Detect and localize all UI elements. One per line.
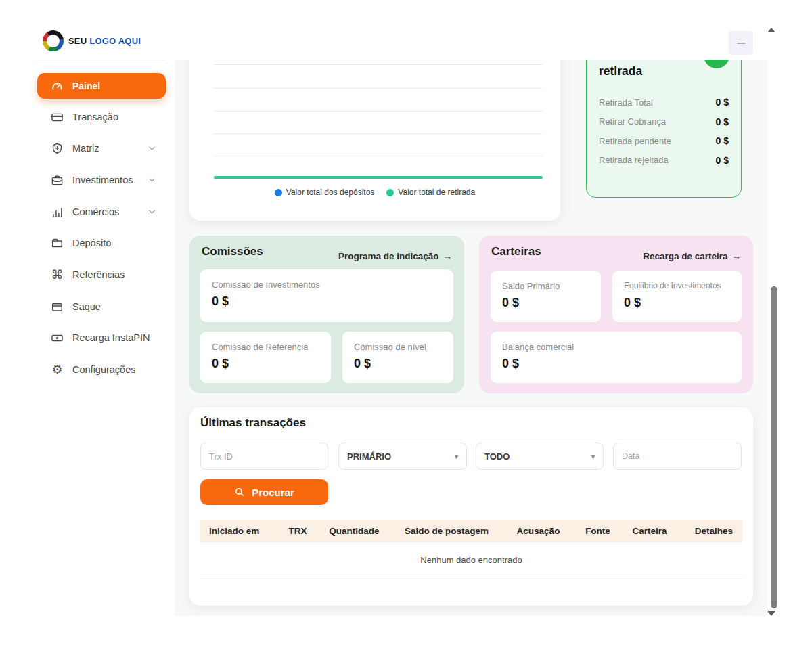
commission-card-investments: Comissão de Investimentos 0 $ <box>200 269 453 322</box>
table-header-cell: Saldo de postagem <box>390 526 503 536</box>
sidebar-item-configuracoes[interactable]: ⚙ Configurações <box>37 360 166 379</box>
card-label: Comissão de nível <box>354 342 426 352</box>
wallet-select[interactable]: PRIMÁRIO ▾ <box>338 443 467 470</box>
table-header-cell: Fonte <box>573 526 623 536</box>
row-label: Retirar Cobrança <box>599 116 666 127</box>
select-value: PRIMÁRIO <box>347 451 391 462</box>
wallets-title: Carteiras <box>491 245 541 259</box>
credit-card-icon <box>51 111 64 124</box>
sidebar-item-deposito[interactable]: Depósito <box>37 233 166 252</box>
dashboard-page: SEU LOGO AQUI Painel Transação Matriz In… <box>0 0 812 645</box>
card-label: Saldo Primário <box>502 281 560 291</box>
chart-gridline <box>214 156 543 156</box>
table-header-cell: Iniciado em <box>200 526 277 536</box>
sidebar-item-saque[interactable]: Saque <box>37 297 166 316</box>
card-icon <box>710 60 723 62</box>
command-icon: ⌘ <box>51 269 64 281</box>
card-value: 0 $ <box>502 357 519 371</box>
wallet-card-trade-balance: Balança comercial 0 $ <box>491 332 742 383</box>
sidebar-item-comercios[interactable]: Comércios <box>37 202 166 221</box>
chart-legend: Valor total dos depósitos Valor total de… <box>189 187 560 197</box>
sidebar-item-recarga-instapin[interactable]: Recarga InstaPIN <box>37 328 166 347</box>
row-value: 0 $ <box>716 97 729 108</box>
card-label: Comissão de Referência <box>212 342 308 352</box>
banknote-icon <box>51 332 64 344</box>
card-label: Equilíbrio de Investimentos <box>624 281 721 290</box>
wallet-topup-link[interactable]: Recarga de carteira → <box>643 251 741 261</box>
sidebar-item-referencias[interactable]: ⌘ Referências <box>37 265 166 284</box>
wallet-card-investment-balance: Equilíbrio de Investimentos 0 $ <box>612 271 742 322</box>
commission-card-level: Comissão de nível 0 $ <box>342 332 453 383</box>
transactions-table-header: Iniciado em TRX Quantidade Saldo de post… <box>200 520 742 542</box>
card-value: 0 $ <box>212 357 229 371</box>
row-label: Retirada rejeitada <box>599 155 669 165</box>
logo-suffix: LOGO AQUI <box>89 36 141 46</box>
sidebar-item-label: Depósito <box>72 238 111 248</box>
table-header-cell: Carteira <box>623 526 677 536</box>
table-header-cell: Acusação <box>503 526 573 536</box>
select-value: TODO <box>484 451 510 462</box>
caret-down-icon: ▾ <box>591 453 595 460</box>
transactions-title: Últimas transações <box>200 416 306 430</box>
logo-text: SEU LOGO AQUI <box>68 36 141 46</box>
logo-prefix: SEU <box>68 36 87 46</box>
legend-item-deposits[interactable]: Valor total dos depósitos <box>275 187 375 197</box>
wallet-icon <box>51 237 64 250</box>
withdrawal-card-title: retirada <box>599 64 642 79</box>
sidebar-item-label: Matriz <box>72 143 99 154</box>
chart-gridline <box>214 64 543 65</box>
date-input[interactable] <box>613 443 742 470</box>
wallets-panel: Carteiras Recarga de carteira → Saldo Pr… <box>479 236 753 393</box>
gear-icon: ⚙ <box>51 363 64 376</box>
withdraw-badge <box>704 60 729 68</box>
link-label: Recarga de carteira <box>643 251 727 261</box>
commissions-panel: Comissões Programa de Indicação → Comiss… <box>189 236 464 393</box>
trx-id-input[interactable] <box>200 443 328 470</box>
chart-gridline <box>214 111 543 112</box>
card-value: 0 $ <box>212 294 229 309</box>
table-header-cell: TRX <box>277 526 319 536</box>
collapse-menu-button[interactable] <box>729 31 753 55</box>
deposits-withdrawals-chart-card: Valor total dos depósitos Valor total de… <box>189 60 560 221</box>
chevron-down-icon <box>147 175 157 185</box>
sidebar-item-label: Comércios <box>72 206 119 217</box>
link-label: Programa de Indicação <box>338 251 439 261</box>
chevron-down-icon <box>147 143 157 154</box>
bar-chart-icon <box>51 206 64 219</box>
logo[interactable]: SEU LOGO AQUI <box>43 30 141 51</box>
sidebar-item-investimentos[interactable]: Investimentos <box>37 171 166 190</box>
chart-zero-line <box>214 176 543 179</box>
sidebar-item-label: Referências <box>72 269 125 280</box>
card-value: 0 $ <box>502 296 519 310</box>
arrow-right-icon: → <box>443 251 453 261</box>
legend-item-withdrawals[interactable]: Valor total de retirada <box>386 187 475 197</box>
card-value: 0 $ <box>624 296 641 310</box>
commission-card-referral: Comissão de Referência 0 $ <box>200 332 331 383</box>
search-button[interactable]: Procurar <box>200 479 328 505</box>
sidebar-item-matriz[interactable]: Matriz <box>37 139 166 158</box>
withdrawal-rows: Retirada Total 0 $ Retirar Cobrança 0 $ … <box>587 93 741 170</box>
sidebar-item-painel[interactable]: Painel <box>37 73 166 99</box>
scrollbar-up-arrow[interactable] <box>767 28 775 32</box>
withdrawal-summary-card: retirada Retirada Total 0 $ Retirar Cobr… <box>586 60 742 198</box>
scrollbar-thumb[interactable] <box>771 286 777 608</box>
chevron-down-icon <box>147 207 157 217</box>
table-header-cell: Quantidade <box>319 526 390 536</box>
withdrawal-row: Retirada pendente 0 $ <box>587 131 741 151</box>
sidebar-item-transacao[interactable]: Transação <box>37 108 166 127</box>
sidebar-item-label: Saque <box>72 301 101 312</box>
search-icon <box>234 487 245 497</box>
referral-program-link[interactable]: Programa de Indicação → <box>338 251 452 261</box>
chart-gridline <box>214 88 543 89</box>
scrollbar-down-arrow[interactable] <box>767 611 775 616</box>
search-button-label: Procurar <box>252 487 294 498</box>
card-value: 0 $ <box>354 357 371 371</box>
withdrawal-row: Retirada Total 0 $ <box>587 93 741 112</box>
type-select[interactable]: TODO ▾ <box>476 443 604 470</box>
sidebar: Painel Transação Matriz Investimentos Co… <box>37 60 166 616</box>
sidebar-item-label: Painel <box>72 81 100 91</box>
row-label: Retirada Total <box>599 97 653 108</box>
row-value: 0 $ <box>716 155 729 166</box>
minus-icon <box>737 43 746 44</box>
briefcase-icon <box>51 174 64 187</box>
